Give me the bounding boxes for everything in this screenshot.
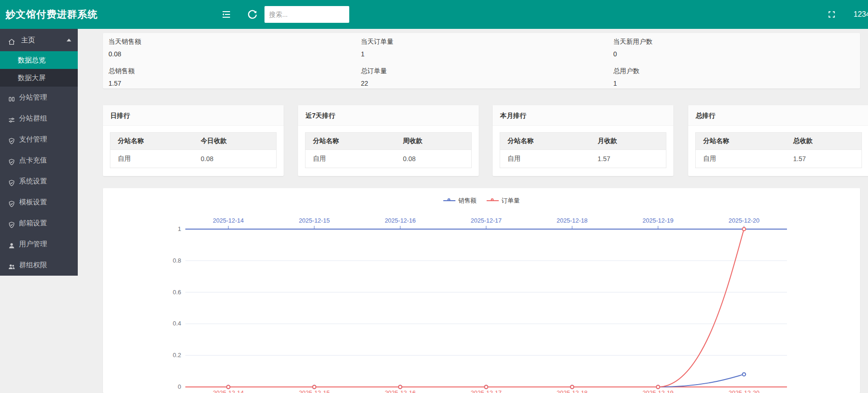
svg-text:2025-12-18: 2025-12-18	[556, 217, 588, 224]
stat-label: 当天订单量	[361, 38, 608, 45]
sidebar-item-email-settings[interactable]: 邮箱设置	[0, 212, 78, 233]
collapse-menu-icon[interactable]	[221, 9, 232, 20]
card-title: 总排行	[688, 105, 868, 126]
chart-legend: 销售额 订单量	[103, 196, 860, 205]
stat-value: 22	[361, 80, 608, 87]
svg-text:2025-12-16: 2025-12-16	[385, 389, 416, 393]
stat-label: 总用户数	[613, 67, 860, 75]
svg-text:1: 1	[178, 225, 181, 232]
search-input[interactable]	[264, 6, 349, 23]
sidebar-item-substation-manage[interactable]: 分站管理	[0, 87, 78, 108]
svg-text:2025-12-20: 2025-12-20	[728, 389, 760, 393]
svg-text:2025-12-15: 2025-12-15	[299, 389, 330, 393]
sidebar-item-payment-manage[interactable]: 支付管理	[0, 129, 78, 149]
stat-col-users: 当天新用户数 0 总用户数 1	[608, 33, 860, 88]
table-row: 自用0.08	[110, 150, 277, 168]
columns-icon	[8, 88, 16, 109]
ranking-table: 分站名称今日收款 自用0.08	[110, 132, 277, 168]
refresh-icon[interactable]	[247, 9, 258, 20]
sidebar-item-group-permissions[interactable]: 群组权限	[0, 254, 78, 275]
stat-value: 1	[361, 50, 608, 58]
ranking-card-total: 总排行 分站名称总收款 自用1.57	[688, 105, 868, 176]
app-title: 妙文馆付费进群系统	[6, 0, 98, 29]
shield-check-icon	[8, 130, 16, 151]
svg-text:0: 0	[178, 383, 181, 390]
stat-label: 总销售额	[108, 67, 355, 75]
stat-value: 1	[613, 80, 860, 87]
svg-text:0.6: 0.6	[173, 289, 181, 296]
sidebar-item-label: 主页	[21, 36, 35, 44]
svg-text:2025-12-16: 2025-12-16	[385, 217, 416, 224]
stat-col-orders: 当天订单量 1 总订单量 22	[355, 33, 608, 88]
svg-text:2025-12-20: 2025-12-20	[728, 217, 760, 224]
sidebar-nav: 主页 数据总览 数据大屏 分站管理 分站群	[0, 29, 78, 276]
sidebar-item-data-screen[interactable]: 数据大屏	[0, 69, 78, 87]
sales-orders-chart[interactable]: 00.20.40.60.812025-12-142025-12-152025-1…	[103, 188, 860, 393]
stat-label: 当天销售额	[108, 38, 355, 45]
sidebar-item-home[interactable]: 主页	[0, 29, 78, 51]
sidebar-item-template-settings[interactable]: 模板设置	[0, 191, 78, 212]
sales-orders-chart-card: 销售额 订单量 00.20.40.60.812025-12-142025-12-…	[103, 188, 860, 393]
svg-text:2025-12-14: 2025-12-14	[213, 389, 244, 393]
user-icon	[8, 235, 16, 256]
stat-label: 当天新用户数	[613, 38, 860, 45]
svg-text:2025-12-14: 2025-12-14	[213, 217, 244, 224]
sidebar-item-substation-groups[interactable]: 分站群组	[0, 108, 78, 129]
svg-text:2025-12-17: 2025-12-17	[471, 389, 502, 393]
table-row: 自用1.57	[696, 150, 862, 168]
legend-item-sales[interactable]: 销售额	[443, 196, 476, 205]
sidebar-item-system-settings[interactable]: 系统设置	[0, 170, 78, 191]
svg-text:0.4: 0.4	[173, 320, 181, 327]
shield-check-icon	[8, 193, 16, 214]
home-icon	[8, 30, 16, 53]
svg-text:2025-12-19: 2025-12-19	[643, 217, 674, 224]
sidebar-submenu-home: 数据总览 数据大屏	[0, 51, 78, 87]
card-title: 日排行	[103, 105, 284, 126]
ranking-card-month: 本月排行 分站名称月收款 自用1.57	[493, 105, 673, 176]
sidebar-item-data-overview[interactable]: 数据总览	[0, 51, 78, 69]
svg-text:0.2: 0.2	[173, 352, 181, 359]
stat-value: 0.08	[108, 50, 355, 58]
card-title: 近7天排行	[298, 105, 479, 126]
stat-col-sales: 当天销售额 0.08 总销售额 1.57	[103, 33, 355, 88]
username-menu[interactable]: 12345	[854, 0, 868, 29]
fullscreen-icon[interactable]	[827, 10, 836, 19]
sliders-icon	[8, 109, 16, 130]
chevron-up-icon	[67, 39, 71, 41]
users-icon	[8, 256, 16, 277]
svg-text:2025-12-17: 2025-12-17	[471, 217, 502, 224]
admin-dashboard: 妙文馆付费进群系统 12345	[0, 0, 868, 393]
ranking-card-week: 近7天排行 分站名称周收款 自用0.08	[298, 105, 479, 176]
card-title: 本月排行	[493, 105, 673, 126]
ranking-table: 分站名称总收款 自用1.57	[695, 132, 862, 168]
legend-item-orders[interactable]: 订单量	[487, 196, 520, 205]
legend-line-glyph	[443, 200, 455, 201]
stat-label: 总订单量	[361, 67, 608, 75]
ranking-table: 分站名称月收款 自用1.57	[500, 132, 666, 168]
ranking-table: 分站名称周收款 自用0.08	[305, 132, 472, 168]
shield-check-icon	[8, 172, 16, 193]
top-header-bar: 妙文馆付费进群系统 12345	[0, 0, 868, 29]
stat-value: 1.57	[108, 80, 355, 87]
table-row: 自用1.57	[500, 150, 666, 168]
sidebar-item-user-manage[interactable]: 用户管理	[0, 233, 78, 254]
table-row: 自用0.08	[305, 150, 472, 168]
shield-check-icon	[8, 214, 16, 235]
stats-summary-card: 当天销售额 0.08 总销售额 1.57 当天订单量 1 总订单量 22 当天新…	[103, 33, 860, 88]
svg-text:0.8: 0.8	[173, 257, 181, 264]
shield-check-icon	[8, 151, 16, 172]
svg-text:2025-12-18: 2025-12-18	[556, 389, 588, 393]
legend-line-glyph	[487, 200, 499, 201]
svg-text:2025-12-15: 2025-12-15	[299, 217, 330, 224]
stat-value: 0	[613, 50, 860, 58]
svg-text:2025-12-19: 2025-12-19	[643, 389, 674, 393]
sidebar-item-card-recharge[interactable]: 点卡充值	[0, 149, 78, 170]
ranking-card-daily: 日排行 分站名称今日收款 自用0.08	[103, 105, 284, 176]
